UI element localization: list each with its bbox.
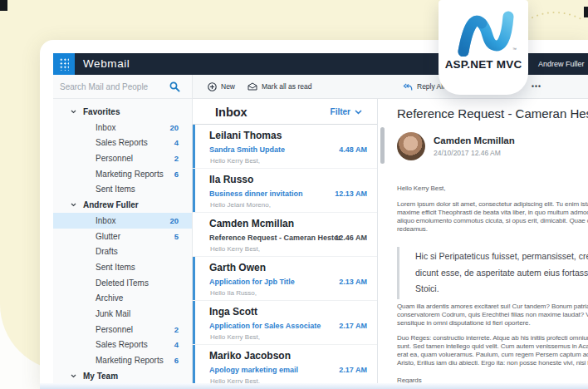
body-line: Aristo, Erillus iam diu abiecti. Ergo it… [397, 359, 588, 367]
mail-toolbar: New Mark all as read Reply All ••• [193, 75, 588, 99]
quote-line: Hic si Peripateticus fuisset, permansiss… [415, 249, 588, 265]
mail-list-row[interactable]: Inga Scott Application for Sales Associa… [193, 301, 377, 345]
body-line: Quam illa ardentis amores excitaret sui!… [397, 303, 588, 311]
grid-dots-icon [59, 57, 69, 71]
folder-tree: Favorites Inbox 20 Sales Reports 4 Perso… [53, 99, 192, 383]
mail-time: 4.48 AM [339, 145, 367, 154]
folder-label: Inbox [96, 123, 115, 132]
body-paragraph: Duo Reges: constructio interrete. Atque … [397, 334, 588, 367]
unread-count: 4 [174, 138, 179, 147]
folder-group-my-team[interactable]: My Team [53, 368, 192, 384]
folder-group-andrew-fuller[interactable]: Andrew Fuller [53, 197, 192, 213]
search-icon[interactable] [169, 81, 180, 92]
mail-sender: Ila Russo [209, 174, 253, 185]
unread-count: 2 [174, 325, 179, 334]
folder-item-inbox[interactable]: Inbox 20 [53, 120, 192, 135]
trademark-symbol: ™ [512, 47, 517, 52]
mail-list-row[interactable]: Ila Russo Business dinner invitation 12.… [193, 169, 377, 213]
folder-item-junk-mail[interactable]: Junk Mail [53, 306, 192, 322]
new-mail-label: New [221, 82, 235, 91]
folder-label: Sent Items [96, 263, 135, 272]
body-line: erat ea, quam volueramus. Paulum, cum re… [397, 351, 588, 359]
app-title: Webmail [83, 53, 130, 75]
mail-list-row[interactable]: Garth Owen Application for Jpb Title 2.1… [193, 257, 377, 301]
mail-subject: Apology marketing email [209, 366, 298, 374]
mail-sender: Camden Mcmillan [209, 218, 294, 229]
mail-time: 2.17 AM [339, 366, 367, 374]
sender-avatar [397, 132, 425, 160]
unread-indicator [193, 257, 195, 300]
mail-list-row[interactable]: Leilani Thomas Sandra Smith Update 4.48 … [193, 125, 377, 169]
body-line: conservatorem Codrum, quis Erechthei fil… [397, 311, 588, 319]
mail-subject: Reference Request - Cameran Hester [209, 234, 341, 242]
unread-count: 20 [169, 123, 179, 132]
filter-button[interactable]: Filter [331, 107, 362, 116]
folder-item-sent-items-2[interactable]: Sent Items [53, 259, 192, 275]
folder-label: Junk Mail [96, 309, 130, 318]
folder-item-inbox-selected[interactable]: Inbox 20 [53, 213, 192, 229]
badge-label: ASP.NET MVC [439, 58, 528, 71]
folder-label: Marketing Reports [96, 356, 164, 365]
folder-label: Sales Reports [96, 138, 148, 147]
chevron-down-icon [355, 110, 362, 115]
mail-time: 12.46 AM [335, 234, 367, 242]
open-mail-subject: Reference Request - Cameran Hester [397, 106, 588, 121]
more-options-button[interactable]: ••• [532, 75, 541, 98]
folder-item-sent-items[interactable]: Sent Items [53, 181, 192, 197]
unread-indicator [193, 301, 195, 344]
cropped-corner-element-right [584, 7, 588, 17]
mailbox-title: Inbox [215, 106, 247, 119]
unread-indicator [193, 125, 195, 168]
folder-item-drafts[interactable]: Drafts [53, 244, 192, 259]
user-menu[interactable]: Andrew Fuller [538, 53, 585, 75]
mail-list-header: Inbox Filter [193, 99, 377, 125]
folder-item-personnel-2[interactable]: Personnel 2 [53, 322, 192, 337]
unread-indicator [193, 169, 195, 212]
unread-count: 2 [174, 154, 179, 163]
folder-item-marketing-reports[interactable]: Marketing Reports 6 [53, 166, 192, 182]
folder-label: Sales Reports [96, 340, 148, 349]
reply-all-arrows-icon [403, 83, 413, 91]
chevron-down-icon [71, 110, 76, 114]
app-launcher-button[interactable] [53, 53, 75, 75]
mail-list-panel: Inbox Filter Leilani Thomas Sandra Smith… [193, 99, 378, 389]
body-line: aliquo emolumento commotus cicuta, si op… [397, 217, 588, 225]
mail-subject: Business dinner invitation [209, 190, 303, 198]
folder-label: Inbox [96, 216, 115, 225]
folder-item-deleted-items[interactable]: Deleted ITems [53, 275, 192, 291]
folder-group-favorites[interactable]: Favorites [53, 104, 192, 120]
search-input[interactable] [60, 75, 169, 98]
body-line: sensitque in omni disputatione id fieri … [397, 319, 588, 327]
unread-count: 6 [174, 356, 179, 365]
body-blockquote: Hic si Peripateticus fuisset, permansiss… [397, 247, 588, 299]
mail-time: 2.13 AM [339, 278, 367, 286]
mail-sender: Inga Scott [209, 306, 257, 318]
open-envelope-icon [247, 82, 257, 91]
list-scrollbar-thumb[interactable] [380, 127, 385, 164]
reply-all-button[interactable]: Reply All [403, 75, 444, 98]
quote-line: dicunt esse, de asperitate autem eius fo… [415, 265, 588, 282]
mail-list-row-selected[interactable]: Camden Mcmillan Reference Request - Came… [193, 213, 377, 257]
ellipsis-icon: ••• [532, 82, 541, 91]
folder-item-glutter[interactable]: Glutter 5 [53, 229, 192, 244]
folder-item-archive[interactable]: Archive [53, 290, 192, 306]
folder-label: Sent Items [96, 185, 135, 194]
webmail-demo-page: Webmail Andrew Fuller ™ ASP.NET MVC [0, 0, 588, 389]
unread-count: 5 [174, 232, 179, 241]
folder-label: Drafts [96, 247, 118, 256]
folder-item-sales-reports-2[interactable]: Sales Reports 4 [53, 337, 192, 352]
folder-label: Personnel [96, 154, 133, 163]
reply-all-label: Reply All [417, 82, 444, 91]
filter-label: Filter [331, 107, 350, 116]
folder-item-marketing-reports-2[interactable]: Marketing Reports 6 [53, 352, 192, 368]
chevron-down-icon [71, 374, 76, 378]
new-mail-button[interactable]: New [208, 75, 235, 98]
mail-preview: Hello Kerry Best, [210, 157, 260, 165]
open-mail-date: 24/10/2017 12.46 AM [434, 149, 501, 157]
folder-item-sales-reports[interactable]: Sales Reports 4 [53, 135, 192, 150]
body-line: Duo Reges: constructio interrete. Atque … [397, 334, 588, 342]
mail-body: Hello Kerry Best, Lorem ipsum dolor sit … [397, 185, 588, 385]
folder-item-personnel[interactable]: Personnel 2 [53, 150, 192, 166]
mail-subject: Sandra Smith Update [209, 145, 285, 154]
mark-all-read-button[interactable]: Mark all as read [247, 75, 311, 98]
